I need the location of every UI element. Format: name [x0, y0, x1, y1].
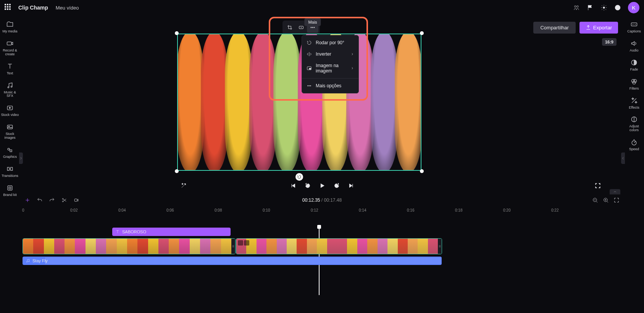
- forward-button[interactable]: [333, 182, 340, 189]
- ruler-tick: 0:08: [215, 208, 222, 212]
- redo-button[interactable]: [49, 197, 55, 203]
- zoom-fit-button[interactable]: [613, 197, 620, 203]
- sidebar-item-music-sfx[interactable]: Music & SFX: [1, 79, 19, 101]
- zoom-out-button[interactable]: [592, 197, 598, 203]
- sidebar-item-stock-images[interactable]: Stock images: [1, 121, 19, 142]
- app-launcher-icon[interactable]: [5, 4, 12, 11]
- clip-trim-handle[interactable]: [438, 239, 442, 254]
- svg-point-36: [29, 261, 29, 262]
- sidebar-label: Speed: [629, 148, 639, 151]
- help-icon[interactable]: [614, 4, 621, 11]
- project-name[interactable]: Meu vídeo: [56, 5, 79, 11]
- sidebar-label: Filters: [629, 87, 639, 91]
- sidebar-item-stock-video[interactable]: Stock video: [1, 102, 19, 119]
- ruler-tick: 0:04: [118, 208, 126, 212]
- ruler-tick: 0:12: [311, 208, 318, 212]
- audio-waveform: [45, 257, 442, 264]
- sidebar-item-transitions[interactable]: Transitions: [1, 163, 19, 180]
- ruler-tick: 0:20: [503, 208, 510, 212]
- preview-content: [178, 34, 421, 170]
- sidebar-item-effects[interactable]: Effects: [625, 95, 643, 112]
- settings-icon[interactable]: [600, 4, 607, 11]
- collapse-right-panel[interactable]: [621, 152, 625, 164]
- svg-point-6: [11, 86, 12, 87]
- timeline-ruler[interactable]: 00:020:040:060:080:100:120:140:160:180:2…: [22, 207, 622, 216]
- topbar-right: K: [573, 2, 639, 13]
- dropdown-rotate-90[interactable]: Rodar por 90°: [302, 37, 358, 48]
- svg-rect-11: [10, 150, 12, 152]
- dropdown-flip[interactable]: Inverter: [302, 48, 358, 60]
- crop-button[interactable]: [284, 22, 295, 33]
- sidebar-item-fade[interactable]: Fade: [625, 56, 643, 74]
- resize-handle-bl[interactable]: [175, 169, 179, 173]
- dropdown-label: Imagem na imagem: [316, 63, 347, 74]
- sidebar-label: Captions: [627, 30, 641, 34]
- svg-point-35: [27, 262, 27, 262]
- text-clip[interactable]: SABOROSO: [112, 228, 231, 236]
- share-button[interactable]: Compartilhar: [533, 22, 575, 34]
- floating-toolbar: Mais Rodar por 90° Inverter Imagem na im…: [282, 21, 320, 34]
- user-avatar[interactable]: K: [628, 2, 639, 13]
- timeline-timecode: 00:12.35 / 00:17.48: [302, 197, 342, 203]
- video-clip-2[interactable]: [236, 238, 442, 254]
- svg-point-31: [62, 201, 63, 202]
- sidebar-item-adjust-colors[interactable]: Adjust colors: [625, 113, 643, 135]
- video-track[interactable]: [22, 238, 622, 254]
- sidebar-item-captions[interactable]: Captions: [625, 18, 643, 36]
- flag-icon[interactable]: [587, 4, 594, 11]
- zoom-in-button[interactable]: [603, 197, 609, 203]
- sidebar-item-filters[interactable]: Filters: [625, 75, 643, 93]
- svg-rect-12: [8, 186, 12, 190]
- timeline: 00:12.35 / 00:17.48 00:020:040:060:080:1…: [22, 194, 622, 313]
- fullscreen-button[interactable]: [594, 182, 601, 189]
- sidebar-item-record-create[interactable]: Record & create: [1, 37, 19, 59]
- undo-button[interactable]: [37, 197, 43, 203]
- clip-lock-icon: [238, 240, 243, 246]
- preview-canvas[interactable]: [177, 34, 421, 171]
- skip-start-button[interactable]: [290, 182, 297, 189]
- clip-trim-handle[interactable]: [231, 239, 235, 254]
- upgrade-icon[interactable]: [573, 4, 580, 11]
- sidebar-item-brand-kit[interactable]: Brand kit: [1, 182, 19, 199]
- dropdown-more-options[interactable]: Mais opções: [302, 80, 358, 91]
- clip-edit-button[interactable]: [73, 197, 79, 203]
- resize-handle-tr[interactable]: [420, 31, 424, 35]
- sidebar-item-my-media[interactable]: My media: [1, 18, 19, 36]
- stage-right-actions: Compartilhar Exportar: [533, 22, 618, 34]
- sidebar-label: Graphics: [3, 155, 17, 159]
- svg-point-1: [577, 6, 579, 8]
- aspect-ratio-badge[interactable]: 16:9: [602, 38, 617, 46]
- rewind-button[interactable]: [304, 182, 311, 189]
- sidebar-item-audio[interactable]: Audio: [625, 37, 643, 55]
- total-duration: 00:17.48: [324, 197, 342, 203]
- sidebar-label: My media: [2, 30, 17, 34]
- ruler-tick: 0: [22, 208, 24, 212]
- resize-handle-br[interactable]: [420, 169, 424, 173]
- video-clip-1[interactable]: [23, 238, 236, 254]
- dropdown-label: Mais opções: [316, 83, 341, 88]
- sidebar-label: Stock images: [1, 132, 19, 140]
- rotate-handle[interactable]: [295, 173, 303, 181]
- text-track[interactable]: SABOROSO: [22, 227, 622, 236]
- export-button[interactable]: Exportar: [579, 22, 618, 34]
- sidebar-item-text[interactable]: Text: [1, 60, 19, 78]
- timeline-tracks: SABOROSO Stay Fly: [22, 227, 622, 265]
- sidebar-right: Captions Audio Fade Filters Effects Adju…: [624, 15, 644, 194]
- audio-clip[interactable]: Stay Fly: [23, 257, 442, 265]
- svg-point-22: [310, 85, 311, 86]
- audio-track[interactable]: Stay Fly: [22, 256, 622, 265]
- magic-button[interactable]: [180, 182, 187, 189]
- skip-end-button[interactable]: [348, 182, 355, 189]
- more-button[interactable]: Mais: [307, 22, 318, 33]
- sidebar-item-graphics[interactable]: Graphics: [1, 144, 19, 161]
- add-track-button[interactable]: [24, 197, 31, 203]
- dropdown-pip[interactable]: Imagem na imagem: [302, 60, 358, 77]
- sidebar-item-speed[interactable]: Speed: [625, 136, 643, 154]
- play-button[interactable]: [319, 182, 326, 189]
- clip-mute-icon[interactable]: [244, 240, 249, 246]
- timeline-zoom-controls: [592, 197, 620, 203]
- collapse-timeline[interactable]: [610, 189, 620, 194]
- split-button[interactable]: [61, 197, 67, 203]
- resize-handle-tl[interactable]: [175, 31, 179, 35]
- stage: Mais Rodar por 90° Inverter Imagem na im…: [20, 15, 624, 194]
